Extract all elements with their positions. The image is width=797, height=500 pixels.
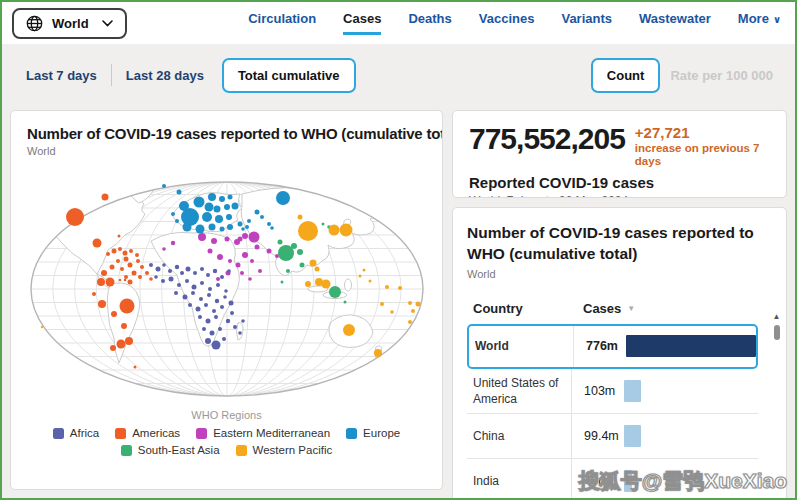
map-bubble[interactable] bbox=[362, 269, 365, 272]
map-bubble[interactable] bbox=[380, 302, 384, 306]
map-bubble[interactable] bbox=[193, 271, 197, 275]
map-bubble[interactable] bbox=[193, 197, 204, 208]
map-bubble[interactable] bbox=[118, 279, 121, 282]
map-bubble[interactable] bbox=[233, 325, 237, 329]
map-bubble[interactable] bbox=[299, 263, 304, 268]
map-bubble[interactable] bbox=[291, 243, 297, 249]
map-bubble[interactable] bbox=[145, 271, 149, 275]
map-bubble[interactable] bbox=[224, 237, 229, 242]
map-bubble[interactable] bbox=[305, 281, 311, 287]
map-bubble[interactable] bbox=[175, 219, 179, 223]
map-bubble[interactable] bbox=[92, 239, 101, 248]
map-bubble[interactable] bbox=[254, 210, 259, 215]
tab-circulation[interactable]: Circulation bbox=[248, 11, 316, 35]
map-bubble[interactable] bbox=[266, 249, 271, 254]
map-bubble[interactable] bbox=[235, 263, 240, 268]
map-bubble[interactable] bbox=[204, 203, 213, 212]
map-bubble[interactable] bbox=[208, 193, 216, 201]
map-bubble[interactable] bbox=[155, 267, 160, 272]
map-bubble[interactable] bbox=[118, 247, 122, 251]
map-bubble[interactable] bbox=[208, 224, 215, 231]
map-bubble[interactable] bbox=[202, 212, 212, 222]
map-bubble[interactable] bbox=[185, 279, 189, 283]
map-bubble[interactable] bbox=[224, 289, 228, 293]
map-bubble[interactable] bbox=[200, 267, 204, 271]
map-bubble[interactable] bbox=[321, 280, 330, 289]
map-bubble[interactable] bbox=[226, 214, 232, 220]
tab-cases[interactable]: Cases bbox=[343, 11, 381, 35]
map-bubble[interactable] bbox=[242, 233, 248, 239]
map-bubble[interactable] bbox=[276, 191, 290, 205]
map-bubble[interactable] bbox=[101, 194, 108, 201]
map-bubble[interactable] bbox=[398, 286, 402, 290]
map-bubble[interactable] bbox=[206, 273, 210, 277]
map-bubble[interactable] bbox=[247, 219, 251, 223]
map-bubble[interactable] bbox=[242, 252, 248, 258]
map-bubble[interactable] bbox=[195, 225, 204, 234]
map-bubble[interactable] bbox=[309, 260, 316, 267]
time-range-last-7-days[interactable]: Last 7 days bbox=[14, 61, 109, 90]
table-row-china[interactable]: China99.4m bbox=[467, 414, 758, 459]
map-bubble[interactable] bbox=[205, 338, 211, 344]
map-bubble[interactable] bbox=[408, 301, 412, 305]
map-bubble[interactable] bbox=[154, 275, 158, 279]
time-range-total-cumulative[interactable]: Total cumulative bbox=[222, 58, 356, 93]
map-bubble[interactable] bbox=[411, 309, 415, 313]
map-bubble[interactable] bbox=[40, 326, 42, 328]
map-bubble[interactable] bbox=[109, 265, 114, 270]
map-bubble[interactable] bbox=[171, 212, 175, 216]
map-bubble[interactable] bbox=[297, 249, 303, 255]
map-bubble[interactable] bbox=[122, 251, 127, 256]
map-bubble[interactable] bbox=[222, 337, 226, 341]
map-bubble[interactable] bbox=[180, 271, 184, 275]
map-bubble[interactable] bbox=[408, 320, 412, 324]
map-bubble[interactable] bbox=[209, 331, 214, 336]
map-bubble[interactable] bbox=[177, 283, 181, 287]
map-bubble[interactable] bbox=[149, 277, 153, 281]
map-bubble[interactable] bbox=[218, 327, 222, 331]
map-bubble[interactable] bbox=[124, 275, 128, 279]
map-bubble[interactable] bbox=[211, 238, 217, 244]
map-bubble[interactable] bbox=[105, 278, 114, 287]
map-bubble[interactable] bbox=[116, 340, 125, 349]
map-bubble[interactable] bbox=[116, 259, 120, 263]
map-bubble[interactable] bbox=[245, 225, 249, 229]
map-bubble[interactable] bbox=[212, 309, 216, 313]
map-bubble[interactable] bbox=[241, 227, 245, 231]
map-bubble[interactable] bbox=[161, 279, 165, 283]
map-bubble[interactable] bbox=[162, 263, 166, 267]
map-bubble[interactable] bbox=[220, 275, 224, 279]
map-bubble[interactable] bbox=[170, 241, 174, 245]
map-bubble[interactable] bbox=[168, 269, 172, 273]
map-bubble[interactable] bbox=[258, 269, 262, 273]
table-row-united-states-of-america[interactable]: United States of America103m bbox=[467, 369, 758, 414]
map-bubble[interactable] bbox=[205, 319, 210, 324]
map-bubble[interactable] bbox=[211, 341, 220, 350]
map-bubble[interactable] bbox=[176, 190, 181, 195]
map-bubble[interactable] bbox=[231, 203, 238, 210]
map-bubble[interactable] bbox=[200, 281, 204, 285]
sort-desc-icon[interactable]: ▼ bbox=[627, 304, 635, 313]
map-bubble[interactable] bbox=[123, 257, 128, 262]
tab-vaccines[interactable]: Vaccines bbox=[479, 11, 535, 35]
map-bubble[interactable] bbox=[174, 291, 178, 295]
map-bubble[interactable] bbox=[297, 215, 302, 220]
map-bubble[interactable] bbox=[123, 279, 126, 282]
map-bubble[interactable] bbox=[267, 222, 271, 226]
map-bubble[interactable] bbox=[127, 263, 132, 268]
map-bubble[interactable] bbox=[415, 302, 420, 307]
map-bubble[interactable] bbox=[198, 233, 206, 241]
tab-more[interactable]: More∨ bbox=[738, 11, 781, 35]
map-bubble[interactable] bbox=[119, 299, 134, 314]
map-bubble[interactable] bbox=[343, 324, 355, 336]
map-bubble[interactable] bbox=[329, 286, 341, 298]
map-bubble[interactable] bbox=[328, 225, 339, 236]
map-bubble[interactable] bbox=[374, 349, 382, 357]
map-bubble[interactable] bbox=[240, 271, 244, 275]
map-bubble[interactable] bbox=[179, 201, 189, 211]
map-bubble[interactable] bbox=[238, 331, 242, 335]
map-bubble[interactable] bbox=[277, 240, 282, 245]
time-range-last-28-days[interactable]: Last 28 days bbox=[114, 61, 216, 90]
map-bubble[interactable] bbox=[129, 249, 133, 253]
map-bubble[interactable] bbox=[358, 275, 361, 278]
